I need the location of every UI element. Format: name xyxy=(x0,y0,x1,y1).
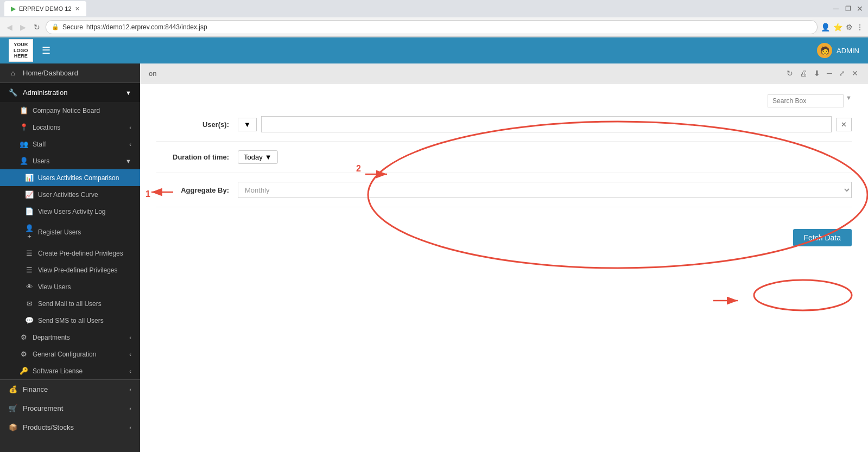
menu-icon[interactable]: ⋮ xyxy=(856,23,864,31)
browser-tab-title: ERPREV DEMO 12 xyxy=(19,5,72,12)
profile-icon[interactable]: 👤 xyxy=(821,23,830,31)
secure-icon: 🔒 xyxy=(52,23,59,30)
sidebar-item-home[interactable]: ⌂ Home/Dashboard xyxy=(0,63,140,82)
user-name: ADMIN xyxy=(837,47,859,55)
sidebar-item-software-license[interactable]: 🔑 Software License ‹ xyxy=(0,362,140,379)
browser-nav-actions: 👤 ⭐ ⚙ ⋮ xyxy=(821,23,864,31)
general-configuration-label: General Configuration xyxy=(33,351,96,358)
administration-section: 📋 Company Notice Board 📍 Locations ‹ 👥 S… xyxy=(0,102,140,379)
aggregate-select[interactable]: Monthly xyxy=(238,182,852,198)
products-arrow-icon: ‹ xyxy=(129,424,131,431)
sidebar: ⌂ Home/Dashboard 🔧 Administration ▼ 📋 Co… xyxy=(0,63,140,452)
search-input[interactable] xyxy=(768,94,844,107)
sidebar-item-users[interactable]: 👤 Users ▼ xyxy=(0,152,140,169)
main-row: ⌂ Home/Dashboard 🔧 Administration ▼ 📋 Co… xyxy=(0,63,868,452)
fetch-button-container: Fetch Data xyxy=(156,218,852,246)
view-users-icon: 👁 xyxy=(25,283,34,291)
sidebar-item-send-mail[interactable]: ✉ Send Mail to all Users xyxy=(0,295,140,312)
software-license-label: Software License xyxy=(33,367,83,375)
browser-titlebar: ▶ ERPREV DEMO 12 ✕ ─ ❐ ✕ xyxy=(0,0,868,17)
content-header-title: on xyxy=(149,69,156,78)
sidebar-item-general-config[interactable]: ⚙ General Configuration ‹ xyxy=(0,346,140,362)
bookmark-icon[interactable]: ⭐ xyxy=(833,23,842,31)
finance-icon: 💰 xyxy=(9,385,17,393)
content-header: on ↻ 🖨 ⬇ ─ ⤢ ✕ xyxy=(140,63,868,84)
aggregate-form-label: Aggregate By: xyxy=(156,186,238,194)
users-activities-comparison-label: Users Activities Comparison xyxy=(38,174,119,182)
new-tab-button[interactable] xyxy=(91,2,107,16)
secure-label: Secure xyxy=(62,23,83,31)
sidebar-item-staff[interactable]: 👥 Staff ‹ xyxy=(0,136,140,152)
send-mail-label: Send Mail to all Users xyxy=(38,300,102,308)
close-content-icon[interactable]: ✕ xyxy=(851,68,859,79)
view-priv-icon: ☰ xyxy=(25,266,34,274)
expand-icon[interactable]: ⤢ xyxy=(838,68,846,79)
users-clear-button[interactable]: ✕ xyxy=(836,118,852,131)
window-controls: ─ ❐ ✕ xyxy=(832,5,864,12)
products-stocks-label: Products/Stocks xyxy=(23,423,74,431)
duration-dropdown-button[interactable]: Today ▼ xyxy=(238,150,278,164)
procurement-icon: 🛒 xyxy=(9,404,17,412)
print-icon[interactable]: 🖨 xyxy=(799,68,808,79)
browser-tab[interactable]: ▶ ERPREV DEMO 12 ✕ xyxy=(4,1,86,16)
back-button[interactable]: ◀ xyxy=(4,22,15,33)
sidebar-item-procurement[interactable]: 🛒 Procurement ‹ xyxy=(0,399,140,418)
sidebar-item-finance[interactable]: 💰 Finance ‹ xyxy=(0,380,140,399)
sidebar-item-departments[interactable]: ⚙ Departments ‹ xyxy=(0,329,140,346)
user-menu[interactable]: 🧑 ADMIN xyxy=(817,43,859,58)
sidebar-item-view-users[interactable]: 👁 View Users xyxy=(0,278,140,295)
forward-button[interactable]: ▶ xyxy=(18,22,28,33)
download-icon[interactable]: ⬇ xyxy=(813,68,821,79)
procurement-arrow-icon: ‹ xyxy=(129,405,131,412)
users-arrow-icon: ▼ xyxy=(125,158,131,164)
restore-icon[interactable]: ❐ xyxy=(844,5,852,12)
send-sms-label: Send SMS to all Users xyxy=(38,317,104,324)
fetch-data-button[interactable]: Fetch Data xyxy=(793,229,852,246)
search-arrow-icon: ▼ xyxy=(846,94,852,107)
reload-button[interactable]: ↻ xyxy=(31,22,42,33)
duration-arrow-icon: ▼ xyxy=(265,153,272,161)
content-wrapper: on ↻ 🖨 ⬇ ─ ⤢ ✕ ▼ User xyxy=(140,63,868,452)
sidebar-item-view-users-activity-log[interactable]: 📄 View Users Activity Log xyxy=(0,203,140,220)
sidebar-item-user-activities-curve[interactable]: 📈 User Activities Curve xyxy=(0,186,140,203)
address-bar[interactable]: 🔒 Secure https://demo12.erprev.com:8443/… xyxy=(46,20,818,34)
sidebar-item-create-predefined-privileges[interactable]: ☰ Create Pre-defined Privileges xyxy=(0,245,140,262)
users-input[interactable] xyxy=(261,116,832,132)
sidebar-item-company-notice[interactable]: 📋 Company Notice Board xyxy=(0,102,140,119)
hamburger-icon[interactable]: ☰ xyxy=(42,44,50,56)
extensions-icon[interactable]: ⚙ xyxy=(846,23,853,31)
notice-icon: 📋 xyxy=(20,106,28,114)
curve-icon: 📈 xyxy=(25,190,34,199)
users-dropdown-button[interactable]: ▼ xyxy=(238,118,257,131)
content-body: ▼ User(s): ▼ ✕ Duration of time: xyxy=(140,84,868,452)
sms-icon: 💬 xyxy=(25,316,34,324)
departments-label: Departments xyxy=(33,334,70,341)
sidebar-item-administration-label: Administration xyxy=(23,88,67,97)
sidebar-item-locations[interactable]: 📍 Locations ‹ xyxy=(0,119,140,136)
log-icon: 📄 xyxy=(25,207,34,215)
content-header-actions: ↻ 🖨 ⬇ ─ ⤢ ✕ xyxy=(785,68,859,79)
locations-arrow-icon: ‹ xyxy=(129,124,131,131)
sidebar-item-products-stocks[interactable]: 📦 Products/Stocks ‹ xyxy=(0,418,140,437)
sidebar-item-users-activities-comparison[interactable]: 📊 Users Activities Comparison xyxy=(0,169,140,186)
administration-arrow-icon: ▼ xyxy=(125,90,131,96)
sidebar-item-register-users[interactable]: 👤+ Register Users xyxy=(0,220,140,245)
minimize-icon[interactable]: ─ xyxy=(832,5,840,12)
view-predefined-privileges-label: View Pre-defined Privileges xyxy=(38,266,118,274)
aggregate-form-control: Monthly xyxy=(238,182,852,198)
home-icon: ⌂ xyxy=(9,69,17,77)
close-icon[interactable]: ✕ xyxy=(856,5,864,12)
sidebar-item-view-predefined-privileges[interactable]: ☰ View Pre-defined Privileges xyxy=(0,262,140,278)
tab-close-icon[interactable]: ✕ xyxy=(75,5,80,12)
procurement-label: Procurement xyxy=(23,404,63,412)
refresh-icon[interactable]: ↻ xyxy=(785,68,794,79)
duration-form-control: Today ▼ xyxy=(238,150,852,164)
view-users-label: View Users xyxy=(38,283,71,291)
browser-nav: ◀ ▶ ↻ 🔒 Secure https://demo12.erprev.com… xyxy=(0,17,868,37)
minimize-content-icon[interactable]: ─ xyxy=(826,68,833,79)
sidebar-item-administration[interactable]: 🔧 Administration ▼ xyxy=(0,83,140,102)
sidebar-item-send-sms[interactable]: 💬 Send SMS to all Users xyxy=(0,312,140,329)
company-notice-label: Company Notice Board xyxy=(33,107,100,114)
users-form-control: ▼ ✕ xyxy=(238,116,852,132)
duration-value: Today xyxy=(244,153,263,161)
